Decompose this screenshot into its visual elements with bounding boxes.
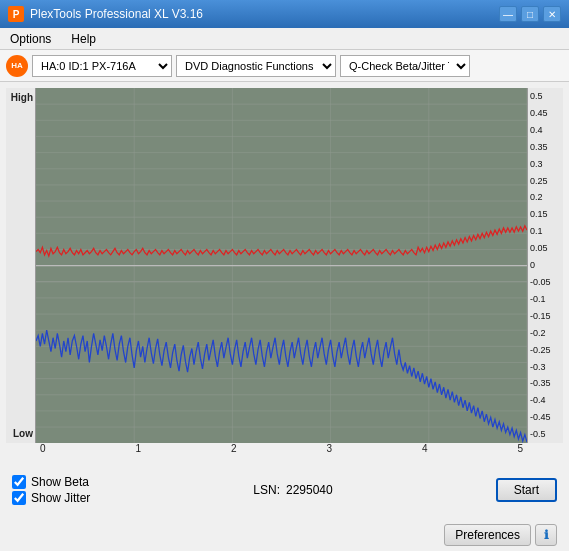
show-jitter-checkbox[interactable]	[12, 491, 26, 505]
chart-left-axis: High Low	[6, 88, 36, 443]
chart-right-axis: 0.5 0.45 0.4 0.35 0.3 0.25 0.2 0.15 0.1 …	[527, 88, 563, 443]
preferences-button[interactable]: Preferences	[444, 524, 531, 546]
main-content: High Low	[0, 82, 569, 551]
menu-bar: Options Help	[0, 28, 569, 50]
close-button[interactable]: ✕	[543, 6, 561, 22]
window-title: PlexTools Professional XL V3.16	[30, 7, 203, 21]
chart-inner: High Low	[6, 88, 563, 443]
maximize-button[interactable]: □	[521, 6, 539, 22]
title-bar: P PlexTools Professional XL V3.16 — □ ✕	[0, 0, 569, 28]
drive-icon: HA	[6, 55, 28, 77]
chart-svg	[36, 88, 527, 443]
title-bar-left: P PlexTools Professional XL V3.16	[8, 6, 203, 22]
show-jitter-row: Show Jitter	[12, 491, 90, 505]
x-axis-labels: 0 1 2 3 4 5	[36, 443, 527, 454]
chart-wrapper: High Low	[6, 88, 563, 454]
bottom-panel: Show Beta Show Jitter LSN: 2295040 Start	[6, 454, 563, 524]
x-axis-container: 0 1 2 3 4 5	[6, 443, 563, 454]
preferences-row: Preferences ℹ	[6, 524, 563, 550]
high-label: High	[11, 92, 33, 103]
start-button[interactable]: Start	[496, 478, 557, 502]
show-jitter-label: Show Jitter	[31, 491, 90, 505]
menu-help[interactable]: Help	[65, 30, 102, 48]
show-beta-checkbox[interactable]	[12, 475, 26, 489]
test-select[interactable]: Q-Check Beta/Jitter Test	[340, 55, 470, 77]
app-icon: P	[8, 6, 24, 22]
function-select[interactable]: DVD Diagnostic Functions	[176, 55, 336, 77]
lsn-value: 2295040	[286, 483, 333, 497]
info-button[interactable]: ℹ	[535, 524, 557, 546]
low-label: Low	[13, 428, 33, 439]
drive-select[interactable]: HA:0 ID:1 PX-716A	[32, 55, 172, 77]
checkboxes: Show Beta Show Jitter	[12, 475, 90, 505]
menu-options[interactable]: Options	[4, 30, 57, 48]
minimize-button[interactable]: —	[499, 6, 517, 22]
lsn-label: LSN:	[253, 483, 280, 497]
title-controls: — □ ✕	[499, 6, 561, 22]
show-beta-row: Show Beta	[12, 475, 90, 489]
show-beta-label: Show Beta	[31, 475, 89, 489]
lsn-section: LSN: 2295040	[253, 483, 332, 497]
toolbar: HA HA:0 ID:1 PX-716A DVD Diagnostic Func…	[0, 50, 569, 82]
right-buttons: Start	[496, 478, 557, 502]
chart-area	[36, 88, 527, 443]
left-controls: Show Beta Show Jitter	[12, 475, 90, 505]
